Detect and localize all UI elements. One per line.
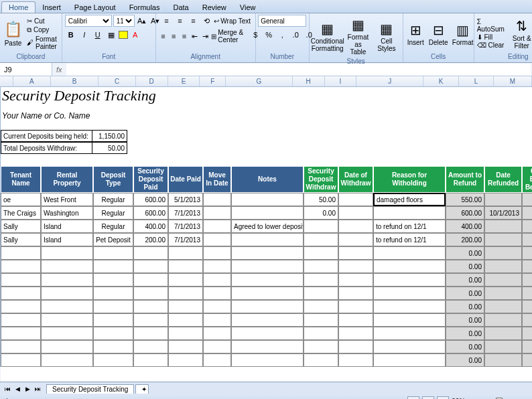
th-tenant[interactable]: Tenant Name bbox=[1, 166, 41, 193]
cell[interactable] bbox=[231, 313, 304, 327]
number-format-select[interactable]: General bbox=[258, 15, 306, 27]
cell[interactable]: 0.00 bbox=[522, 206, 532, 220]
cell[interactable] bbox=[41, 287, 93, 300]
col-header[interactable]: L bbox=[459, 76, 494, 86]
cell[interactable] bbox=[1, 273, 41, 287]
cell[interactable] bbox=[231, 233, 304, 246]
cell[interactable]: 0.00 bbox=[522, 260, 532, 273]
cell[interactable] bbox=[133, 273, 168, 287]
cell[interactable] bbox=[93, 340, 133, 353]
cell[interactable] bbox=[373, 340, 446, 353]
cell[interactable]: Island bbox=[41, 220, 93, 233]
tab-nav-next-icon[interactable]: ▶ bbox=[23, 386, 32, 392]
cell[interactable] bbox=[338, 353, 373, 367]
col-header[interactable]: E bbox=[168, 76, 200, 86]
align-center-icon[interactable]: ≡ bbox=[169, 30, 178, 42]
cell[interactable] bbox=[41, 353, 93, 367]
col-header[interactable]: K bbox=[423, 76, 459, 86]
cell[interactable]: 0.00 bbox=[446, 246, 484, 260]
summary-value[interactable]: 1,150.00 bbox=[92, 130, 127, 142]
view-break-button[interactable] bbox=[437, 396, 449, 399]
cell[interactable] bbox=[203, 327, 231, 340]
th-paid[interactable]: Security Deposit Paid bbox=[133, 166, 168, 193]
cell[interactable] bbox=[338, 340, 373, 353]
align-left-icon[interactable]: ≡ bbox=[159, 30, 168, 42]
cell[interactable]: 0.00 bbox=[522, 273, 532, 287]
cell[interactable]: 5/1/2013 bbox=[168, 193, 203, 206]
cell[interactable] bbox=[231, 340, 304, 353]
th-type[interactable]: Deposit Type bbox=[93, 166, 133, 193]
cell[interactable]: 0.00 bbox=[522, 353, 532, 367]
fill-color-button[interactable] bbox=[119, 31, 128, 39]
th-balance[interactable]: Current Balance Being Held bbox=[522, 166, 532, 193]
cell[interactable] bbox=[484, 273, 522, 287]
cell[interactable] bbox=[304, 313, 338, 327]
cell[interactable] bbox=[133, 327, 168, 340]
view-normal-button[interactable] bbox=[407, 396, 419, 399]
cell[interactable]: 550.00 bbox=[522, 193, 532, 206]
align-bot-icon[interactable]: ≡ bbox=[187, 15, 199, 27]
tab-nav-last-icon[interactable]: ⏭ bbox=[33, 386, 42, 392]
cell[interactable] bbox=[133, 287, 168, 300]
cell[interactable] bbox=[93, 260, 133, 273]
tab-home[interactable]: Home bbox=[1, 1, 36, 13]
cell[interactable]: Washington bbox=[41, 206, 93, 220]
cell[interactable] bbox=[304, 246, 338, 260]
cell[interactable] bbox=[203, 313, 231, 327]
indent-dec-icon[interactable]: ⇤ bbox=[190, 30, 200, 42]
copy-button[interactable]: ⧉Copy bbox=[27, 26, 58, 34]
col-header[interactable]: G bbox=[226, 76, 292, 86]
col-header[interactable]: J bbox=[356, 76, 423, 86]
cell[interactable] bbox=[168, 340, 203, 353]
col-header[interactable]: H bbox=[293, 76, 325, 86]
cell[interactable] bbox=[338, 260, 373, 273]
cut-button[interactable]: ✂Cut bbox=[27, 17, 58, 25]
cell[interactable] bbox=[373, 287, 446, 300]
cell[interactable] bbox=[1, 287, 41, 300]
cell[interactable] bbox=[373, 300, 446, 313]
group-editing[interactable]: Editing bbox=[477, 52, 532, 61]
cell[interactable] bbox=[1, 327, 41, 340]
group-number[interactable]: Number bbox=[259, 52, 306, 61]
cell[interactable]: 400.00 bbox=[133, 220, 168, 233]
paste-button[interactable]: 📋 Paste bbox=[3, 19, 23, 48]
cell[interactable] bbox=[203, 233, 231, 246]
cell[interactable] bbox=[1, 313, 41, 327]
conditional-formatting-button[interactable]: ▦Conditional Formatting bbox=[312, 19, 343, 54]
cell[interactable] bbox=[41, 340, 93, 353]
summary-label[interactable]: Total Deposits Withdraw: bbox=[1, 142, 92, 154]
cell[interactable]: 200.00 bbox=[133, 233, 168, 246]
cell[interactable] bbox=[168, 300, 203, 313]
underline-button[interactable]: U bbox=[92, 29, 104, 41]
cell[interactable] bbox=[373, 246, 446, 260]
cell[interactable]: 0.00 bbox=[446, 273, 484, 287]
cell[interactable] bbox=[203, 273, 231, 287]
cell-styles-button[interactable]: ▦Cell Styles bbox=[373, 19, 400, 54]
cell[interactable] bbox=[168, 353, 203, 367]
cell[interactable] bbox=[231, 353, 304, 367]
cell[interactable] bbox=[484, 246, 522, 260]
cell[interactable]: 0.00 bbox=[446, 260, 484, 273]
align-top-icon[interactable]: ≡ bbox=[160, 15, 172, 27]
cell[interactable] bbox=[338, 206, 373, 220]
col-header[interactable]: B bbox=[51, 76, 99, 86]
th-reason[interactable]: Reason for Witholding bbox=[373, 166, 446, 193]
cell[interactable] bbox=[484, 313, 522, 327]
cell[interactable]: 50.00 bbox=[304, 193, 338, 206]
cell[interactable] bbox=[231, 273, 304, 287]
cell[interactable] bbox=[338, 287, 373, 300]
tab-review[interactable]: Review bbox=[196, 2, 233, 13]
th-withdraw[interactable]: Security Deposit Withdraw bbox=[304, 166, 338, 193]
sheet-tab[interactable]: Security Deposit Tracking bbox=[46, 384, 134, 394]
cell[interactable] bbox=[304, 340, 338, 353]
cell[interactable]: 10/1/2013 bbox=[484, 206, 522, 220]
cell[interactable]: The Craigs bbox=[1, 206, 41, 220]
cell[interactable] bbox=[203, 260, 231, 273]
th-refund[interactable]: Amount to Refund bbox=[446, 166, 484, 193]
cell[interactable] bbox=[203, 193, 231, 206]
wrap-text-button[interactable]: ↩Wrap Text bbox=[214, 17, 251, 25]
cell[interactable]: to refund on 12/1 bbox=[373, 233, 446, 246]
comma-icon[interactable]: , bbox=[276, 29, 288, 41]
tab-view[interactable]: View bbox=[233, 2, 263, 13]
cell[interactable] bbox=[338, 273, 373, 287]
